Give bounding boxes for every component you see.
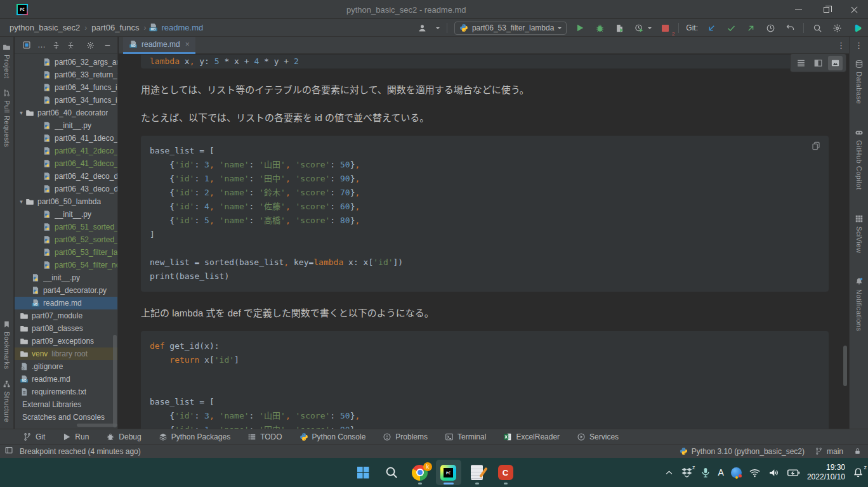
editor-scrollbar[interactable] bbox=[843, 346, 847, 386]
camtasia-taskbar-button[interactable]: C bbox=[493, 460, 518, 485]
dropbox-icon[interactable]: z bbox=[681, 467, 693, 479]
run-button[interactable] bbox=[574, 22, 586, 34]
tool-window-button[interactable]: Project bbox=[3, 38, 11, 84]
menu-item[interactable] bbox=[176, 8, 188, 11]
lock-icon[interactable] bbox=[853, 447, 862, 455]
tool-window-button[interactable]: Debug bbox=[106, 432, 141, 441]
menu-item[interactable] bbox=[107, 8, 118, 11]
tree-item[interactable]: part06_42_deco_den bbox=[15, 170, 117, 183]
menu-item[interactable] bbox=[148, 8, 160, 11]
menu-item[interactable] bbox=[162, 8, 174, 11]
tree-item[interactable]: part06_41_2deco_de bbox=[15, 145, 117, 157]
settings-button[interactable] bbox=[831, 22, 843, 34]
menu-item[interactable] bbox=[79, 8, 90, 11]
expand-all-button[interactable] bbox=[52, 41, 60, 49]
run-with-coverage-button[interactable] bbox=[613, 22, 626, 34]
chevron-expanded-icon[interactable] bbox=[17, 110, 25, 116]
close-tab-icon[interactable]: × bbox=[185, 40, 190, 49]
tree-item[interactable]: part06_43_deco_den bbox=[15, 183, 117, 195]
update-project-button[interactable] bbox=[705, 22, 718, 34]
volume-icon[interactable] bbox=[768, 467, 780, 479]
start-button[interactable] bbox=[350, 460, 376, 485]
tab-readme[interactable]: readme.md × bbox=[123, 37, 195, 54]
stop-button[interactable]: 2 bbox=[659, 22, 671, 34]
more-options-icon[interactable]: … bbox=[37, 42, 46, 48]
tree-item[interactable]: readme.md bbox=[15, 373, 117, 386]
push-button[interactable] bbox=[744, 22, 757, 34]
select-opened-file-button[interactable] bbox=[22, 41, 31, 49]
tree-item[interactable]: part06_34_funcs_in_ bbox=[15, 81, 117, 94]
stripe-options-icon[interactable]: ⋮ bbox=[850, 41, 868, 50]
collapse-all-button[interactable] bbox=[67, 41, 75, 49]
microphone-icon[interactable] bbox=[700, 467, 711, 478]
tool-window-button[interactable]: GitHub Copilot bbox=[855, 123, 864, 195]
history-button[interactable] bbox=[764, 22, 777, 34]
run-configuration-select[interactable]: part06_53_filter_lambda bbox=[454, 22, 567, 35]
project-tree-horizontal-scrollbar[interactable] bbox=[77, 424, 117, 427]
project-tree-vertical-scrollbar[interactable] bbox=[113, 335, 117, 427]
space-icon[interactable] bbox=[850, 22, 863, 34]
git-branch-selector[interactable]: main bbox=[815, 447, 843, 456]
copy-code-button[interactable] bbox=[811, 141, 821, 153]
tree-item[interactable]: requirements.txt bbox=[15, 386, 117, 398]
panel-settings-button[interactable] bbox=[86, 41, 95, 49]
menu-item[interactable] bbox=[121, 8, 132, 11]
tree-item[interactable]: venv library root bbox=[15, 347, 117, 360]
tool-window-button[interactable]: Git bbox=[23, 432, 45, 441]
breadcrumb-current-file[interactable]: readme.md bbox=[148, 23, 203, 32]
hide-panel-button[interactable] bbox=[103, 41, 112, 49]
tool-window-button[interactable]: Problems bbox=[383, 432, 428, 441]
wifi-icon[interactable] bbox=[749, 467, 761, 479]
view-mode-button[interactable] bbox=[811, 56, 825, 70]
status-message[interactable]: Breakpoint reached (4 minutes ago) bbox=[20, 447, 141, 456]
menu-item[interactable] bbox=[93, 8, 104, 11]
tree-item[interactable]: External Libraries bbox=[15, 398, 117, 411]
pycharm-taskbar-button[interactable]: PC bbox=[436, 460, 461, 485]
tree-item[interactable]: readme.md bbox=[15, 297, 117, 309]
menu-item[interactable] bbox=[65, 8, 76, 11]
tree-item[interactable]: __init__.py bbox=[15, 208, 117, 221]
tree-item[interactable]: part06_54_filter_non bbox=[15, 259, 117, 271]
tree-item[interactable]: part09_exceptions bbox=[15, 335, 117, 347]
close-button[interactable] bbox=[840, 0, 868, 19]
menu-item[interactable] bbox=[135, 8, 146, 11]
tree-item[interactable]: part06_52_sorted_no bbox=[15, 233, 117, 246]
search-everywh​ere-button[interactable] bbox=[811, 22, 824, 34]
tree-item[interactable]: part06_51_sorted_la bbox=[15, 221, 117, 233]
menu-item[interactable] bbox=[37, 8, 48, 11]
tree-item[interactable]: part06_50_lambda bbox=[15, 195, 117, 208]
tool-window-button[interactable]: Pull Requests bbox=[3, 84, 11, 152]
tree-item[interactable]: part06_32_args_are_f bbox=[15, 56, 117, 68]
tree-item[interactable]: part06_41_3deco_de bbox=[15, 157, 117, 170]
breadcrumb-root[interactable]: python_basic_sec2 bbox=[8, 22, 82, 33]
tree-item[interactable]: part08_classes bbox=[15, 322, 117, 335]
tree-item[interactable]: part4_decorator.py bbox=[15, 284, 117, 297]
tree-item[interactable]: __init__.py bbox=[15, 119, 117, 132]
taskbar-search-button[interactable] bbox=[379, 460, 404, 485]
tree-item[interactable]: __init__.py bbox=[15, 271, 117, 284]
tree-item[interactable]: part06_33_return_fu bbox=[15, 68, 117, 81]
tree-item[interactable]: .gitignore bbox=[15, 360, 117, 373]
notepad-taskbar-button[interactable] bbox=[464, 460, 490, 485]
debug-button[interactable] bbox=[593, 22, 606, 34]
tree-item[interactable]: Scratches and Consoles bbox=[15, 411, 117, 424]
tool-window-button[interactable]: Python Console bbox=[299, 432, 366, 441]
tool-window-button[interactable]: Database bbox=[855, 55, 864, 109]
tool-window-button[interactable]: Notifications bbox=[855, 272, 864, 336]
chrome-taskbar-button[interactable]: k bbox=[407, 460, 433, 485]
profiler-button[interactable] bbox=[633, 22, 645, 34]
tool-window-button[interactable]: ExcelReader bbox=[503, 432, 560, 441]
restore-button[interactable] bbox=[812, 0, 840, 19]
tree-item[interactable]: part06_34_funcs_in_ bbox=[15, 94, 117, 107]
chevron-expanded-icon[interactable] bbox=[17, 198, 25, 205]
tool-window-button[interactable]: Run bbox=[62, 432, 89, 441]
battery-icon[interactable] bbox=[787, 466, 800, 479]
view-mode-button[interactable] bbox=[794, 56, 808, 70]
notification-bell-icon[interactable]: z bbox=[852, 467, 864, 479]
breadcrumb-folder[interactable]: part06_funcs bbox=[89, 22, 141, 33]
menu-item[interactable] bbox=[190, 8, 202, 11]
tool-window-button[interactable]: SciView bbox=[855, 209, 864, 258]
tree-item[interactable]: part06_40_decorator bbox=[15, 107, 117, 119]
tool-window-button[interactable]: Structure bbox=[3, 375, 11, 427]
minimize-button[interactable] bbox=[784, 0, 812, 19]
